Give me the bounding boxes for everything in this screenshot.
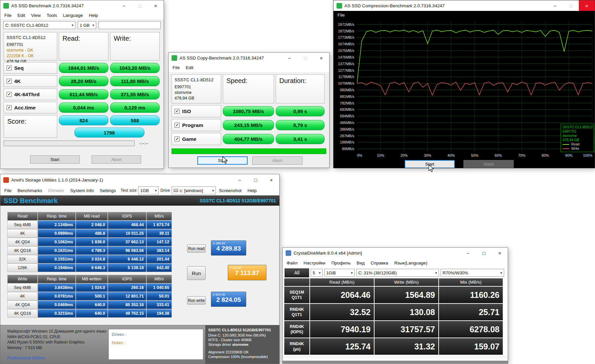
menu-settings[interactable]: Settings [97,188,119,193]
minimize-icon[interactable]: − [282,53,298,63]
seq-read-value: 1844,01 MB/s [59,63,108,73]
titlebar[interactable]: CrystalDiskMark 8.0.4 x64 [Admin] − □ × [283,248,508,258]
maximize-icon[interactable]: □ [476,248,492,258]
minimize-icon[interactable]: − [460,248,476,258]
cell-value: 640.0 [76,309,108,318]
chevron-down-icon: ▾ [317,271,321,275]
run-read-button[interactable]: Run read [187,244,206,253]
checkbox-program[interactable]: ✓ [175,123,179,128]
drive-info-panel: SSSTC CL1-8D512 E997701 stornvme - OK 22… [4,32,57,61]
mix-ratio-select[interactable]: R70%/W30% ▾ [441,269,504,277]
rnd4k-iops-button[interactable]: RND4K (IOPS) [284,321,309,338]
close-icon[interactable]: × [148,0,164,11]
maximize-icon[interactable]: □ [132,0,148,11]
checkbox-seq[interactable]: ✓ [7,65,12,70]
menu-help[interactable]: Справка [368,261,391,265]
maximize-icon[interactable]: □ [563,0,579,11]
close-icon[interactable]: × [492,248,508,258]
drive-select-value: c: [windows] [179,188,203,193]
seq1m-q1t1-button[interactable]: SEQ1M Q1T1 [284,287,309,303]
corner-cell [284,278,309,286]
target-drive-select[interactable]: C: 31% (38/120GiB) ▾ [356,269,439,277]
test-size-select[interactable]: 1GiB ▾ [324,269,355,277]
checkbox-4k64thrd[interactable]: ✓ [7,92,12,97]
menu-language[interactable]: Language [60,13,86,18]
abort-button[interactable]: Abort [463,160,514,168]
drive-select-value: C: SSSTC CL1-8D512 [5,23,48,28]
menu-edit[interactable]: Edit [183,65,196,70]
driver-value: stornvme [232,343,249,346]
anvil-app-icon [3,177,9,183]
menu-file[interactable]: File [1,13,15,18]
abort-button[interactable]: Abort [92,155,141,164]
mouse-cursor [222,156,228,164]
menu-system-info[interactable]: System Info [67,188,97,193]
as-ssd-compression-benchmark-window: AS SSD Compression-Benchmark 2.0.7316.34… [333,0,595,168]
minimize-icon[interactable]: − [547,0,563,11]
menu-help[interactable]: Help [86,13,101,18]
menu-iometer[interactable]: IOmeter [45,188,67,193]
disk-drive-line: Drive C: 120.0/82.3GB free (68.6%) [208,333,276,338]
menu-settings[interactable]: Настройки [300,261,328,265]
titlebar[interactable]: AS SSD Copy-Benchmark 2.0.7316.34247 − □… [169,53,329,63]
y-axis-labels: 1971MB/s1872MB/s1773MB/s1674MB/s1575MB/s… [334,21,356,152]
abort-button[interactable]: Abort [252,156,302,165]
checkbox-iso[interactable]: ✓ [175,109,179,114]
titlebar[interactable]: AS SSD Benchmark 2.0.7316.34247 − □ × [0,0,164,11]
test-size-select[interactable]: 1 GB ▾ [78,21,96,29]
drive-firmware: E997701 [175,84,218,90]
test-size-select[interactable]: 1GB ▾ [138,186,159,194]
menu-view[interactable]: View [28,13,44,18]
row-label: 128K [7,263,38,272]
checkbox-acctime[interactable]: ✓ [7,105,12,110]
menu-language[interactable]: Язык(Language) [391,261,430,265]
menu-benchmarks[interactable]: Benchmarks [15,188,45,193]
maximize-icon[interactable]: □ [248,174,263,185]
menu-profile[interactable]: Профиль [328,261,353,265]
test-count-select[interactable]: 5 ▾ [311,269,323,277]
menu-help[interactable]: Help [245,188,260,193]
row-label-seq: ✓ Seq [4,62,57,74]
drive-select[interactable]: c: [windows] ▾ [172,186,216,194]
menu-tools[interactable]: Tools [44,13,60,18]
window-title: Anvil's Storage Utilities 1.1.0 (2014-Ja… [11,178,103,182]
close-icon[interactable]: × [313,53,329,63]
legend-read-label: Read [571,142,579,146]
cell-value: 383.14 [146,246,172,255]
titlebar[interactable]: Anvil's Storage Utilities 1.1.0 (2014-Ja… [0,174,279,185]
minimize-icon[interactable]: − [116,0,132,11]
menu-view[interactable]: Вид [354,261,368,265]
read-score-box: 4 289.83 4 289.83 [211,240,246,256]
cell-value: 1 839.0 [76,238,108,246]
close-icon[interactable]: × [263,174,279,185]
cell-value: 488.8 [76,229,108,238]
rnd4k-latency-button[interactable]: RND4K (µs) [284,338,309,355]
close-icon[interactable]: × [579,0,595,11]
run-button[interactable]: Run [187,266,206,280]
edition-link[interactable]: Professional Edition [7,355,45,360]
menu-file[interactable]: Файл [284,261,300,265]
menu-edit[interactable]: Edit [15,13,28,18]
checkbox-game[interactable]: ✓ [175,137,179,142]
all-button[interactable]: All [285,268,309,277]
menu-file[interactable]: File [1,188,15,193]
y-axis-tick-label: 1872MB/s [338,29,354,33]
menu-screenshot[interactable]: Screenshot [216,188,244,193]
row-label-text: 4K-64Thrd [14,92,40,98]
menu-file[interactable]: File [335,13,348,18]
checkbox-4k[interactable]: ✓ [7,79,12,84]
minimize-icon[interactable]: − [232,174,248,185]
drives-notes-box[interactable]: Drives : Notes : [108,329,203,360]
start-button[interactable]: Start [30,155,80,164]
titlebar[interactable]: AS SSD Compression-Benchmark 2.0.7316.34… [334,0,595,11]
maximize-icon[interactable]: □ [298,53,313,63]
run-write-button[interactable]: Run write [187,296,206,304]
row-label-text: 4K [14,78,21,84]
row-label-4k64thrd: ✓ 4K-64Thrd [4,89,57,100]
drive-label: Drive [159,188,172,193]
x-axis-labels: 0%10%20%30%40%50%60%70%80%90%100% [357,153,592,158]
drive-select[interactable]: C: SSSTC CL1-8D512 ▾ [3,21,75,29]
toolbar-textbox[interactable] [99,21,161,29]
rnd4k-q1t1-button[interactable]: RND4K Q1T1 [284,304,309,320]
menu-file[interactable]: File [170,65,183,70]
